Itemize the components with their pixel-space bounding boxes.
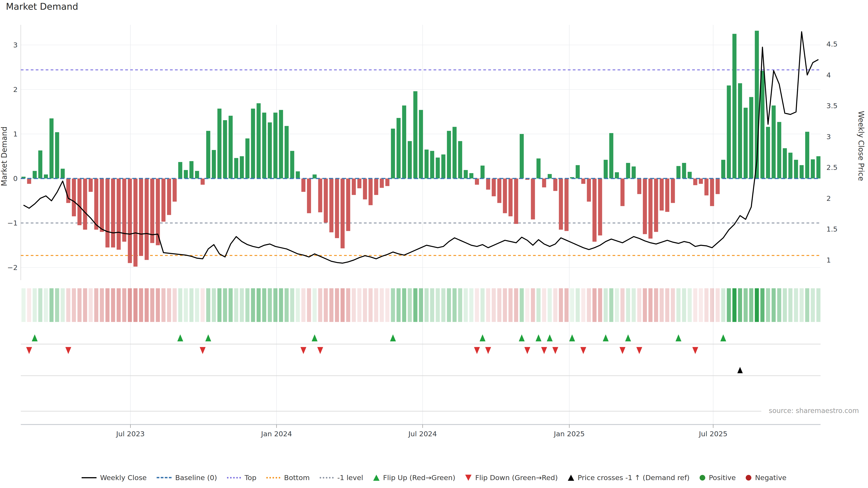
heatmap-cell <box>262 288 266 322</box>
demand-bar <box>111 178 115 248</box>
demand-bar <box>480 166 485 178</box>
heatmap-cell <box>256 288 260 322</box>
heatmap-cell <box>234 288 238 322</box>
demand-bar <box>805 132 809 178</box>
demand-bar <box>150 178 154 243</box>
demand-bar <box>604 160 608 178</box>
demand-bar <box>592 178 596 242</box>
heatmap-cell <box>240 288 244 322</box>
negative-dot-icon <box>746 475 751 481</box>
demand-bar <box>419 110 423 178</box>
heatmap-cell <box>497 288 501 322</box>
demand-bar <box>671 178 675 203</box>
heatmap-cell <box>677 288 681 322</box>
heatmap-cell <box>89 288 93 322</box>
heatmap-cell <box>805 288 809 322</box>
heatmap-cell <box>402 288 406 322</box>
heatmap-cell <box>94 288 98 322</box>
right-tick-label: 3 <box>827 133 831 141</box>
heatmap-cell <box>480 288 485 322</box>
heatmap-cell <box>520 288 524 322</box>
demand-bar <box>811 159 815 178</box>
demand-bar <box>178 162 182 178</box>
demand-bar <box>139 178 143 256</box>
right-axis-title: Weekly Close Price <box>857 111 866 181</box>
demand-bar <box>637 178 641 194</box>
demand-bar <box>385 178 390 186</box>
heatmap-cell <box>761 288 765 322</box>
heatmap-cell <box>811 288 815 322</box>
legend-label: Flip Up (Red→Green) <box>383 474 456 482</box>
heatmap-cell <box>604 288 608 322</box>
demand-bar <box>380 178 384 188</box>
demand-bar <box>117 178 121 250</box>
demand-bar <box>228 116 232 178</box>
heatmap-cell <box>542 288 546 322</box>
heatmap-cell <box>374 288 378 322</box>
left-tick-label: −1 <box>7 219 18 227</box>
demand-bar <box>368 178 373 205</box>
legend-item-top: Top <box>227 474 256 482</box>
legend-item-bottom: Bottom <box>266 474 310 482</box>
demand-bar <box>564 178 568 231</box>
heatmap-cell <box>794 288 798 322</box>
demand-heatmap-strip <box>22 288 820 322</box>
heatmap-cell <box>581 288 585 322</box>
demand-bar <box>313 174 317 178</box>
right-tick-label: 3.5 <box>827 102 837 110</box>
demand-bar <box>699 178 703 184</box>
right-tick-label: 2.5 <box>827 163 837 171</box>
flip-up-marker <box>603 334 609 341</box>
legend-label: Baseline (0) <box>175 474 217 482</box>
demand-bar <box>788 153 793 178</box>
heatmap-cell <box>33 288 37 322</box>
heatmap-cell <box>38 288 42 322</box>
flip-down-marker <box>317 347 323 354</box>
legend-label: -1 level <box>337 474 363 482</box>
demand-bar <box>587 178 591 201</box>
demand-bar <box>576 165 580 178</box>
heatmap-cell <box>117 288 121 322</box>
demand-bar <box>430 151 434 178</box>
demand-bar <box>631 166 636 178</box>
heatmap-cell <box>66 288 70 322</box>
heatmap-cell <box>301 288 305 322</box>
heatmap-cell <box>50 288 54 322</box>
demand-bar <box>749 97 753 178</box>
flip-down-marker <box>553 347 558 354</box>
heatmap-cell <box>285 288 289 322</box>
demand-bar <box>184 170 188 178</box>
demand-bar <box>324 178 328 223</box>
heatmap-cell <box>738 288 742 322</box>
heatmap-cell <box>458 288 462 322</box>
demand-bar <box>497 178 501 203</box>
heatmap-cell <box>200 288 205 322</box>
heatmap-cell <box>413 288 417 322</box>
heatmap-cell <box>290 288 294 322</box>
demand-bar <box>335 178 339 238</box>
heatmap-cell <box>178 288 182 322</box>
left-tick-label: −2 <box>7 263 18 271</box>
heatmap-cell <box>173 288 177 322</box>
x-tick-label: Jan 2024 <box>260 430 292 438</box>
demand-bar <box>301 178 305 192</box>
demand-bar <box>688 172 692 178</box>
demand-bar <box>290 151 294 178</box>
heatmap-cell <box>133 288 137 322</box>
demand-bar <box>206 131 210 178</box>
heatmap-cell <box>777 288 781 322</box>
demand-bar <box>128 178 132 263</box>
demand-bar <box>234 158 238 178</box>
heatmap-cell <box>721 288 725 322</box>
heatmap-cell <box>385 288 390 322</box>
demand-bar <box>553 178 557 191</box>
demand-bar <box>50 119 54 178</box>
heatmap-cell <box>553 288 557 322</box>
heatmap-cell <box>816 288 820 322</box>
legend-item-negative: Negative <box>746 474 786 482</box>
demand-bar <box>464 170 468 178</box>
heatmap-cell <box>453 288 457 322</box>
demand-bar <box>78 178 82 225</box>
demand-bar <box>643 178 647 234</box>
demand-bar <box>620 178 625 206</box>
